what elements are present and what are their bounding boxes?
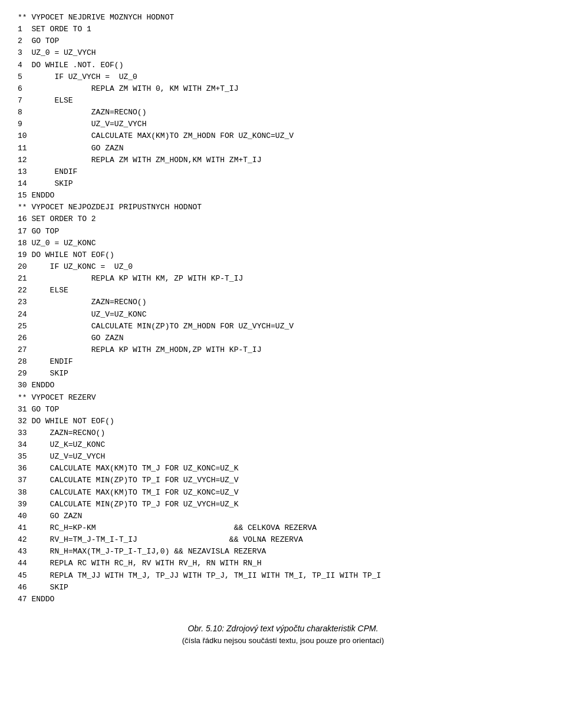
caption-subtitle: (čísla řádku nejsou součástí textu, jsou… <box>18 635 548 647</box>
code-block: ** VYPOCET NEJDRIVE MOZNYCH HODNOT 1 SET… <box>18 12 548 605</box>
caption-area: Obr. 5.10: Zdrojový text výpočtu charakt… <box>18 622 548 647</box>
caption-title: Obr. 5.10: Zdrojový text výpočtu charakt… <box>18 622 548 635</box>
